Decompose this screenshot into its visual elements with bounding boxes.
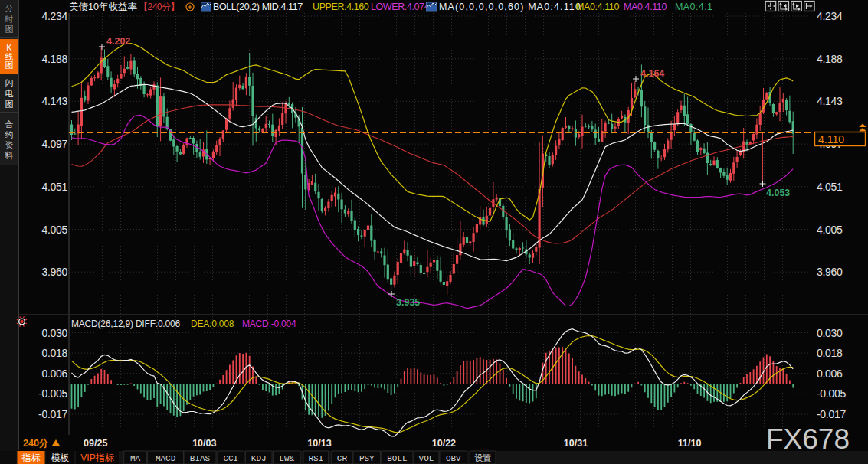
svg-text:4.188: 4.188 [41,53,67,65]
svg-text:RSI: RSI [308,454,323,463]
svg-text:4.005: 4.005 [41,224,67,236]
svg-text:0.018: 0.018 [41,347,67,359]
svg-text:KDJ: KDJ [251,454,267,463]
svg-text:BIAS: BIAS [190,454,211,463]
svg-text:图: 图 [5,60,14,70]
svg-text:4.097: 4.097 [41,138,67,150]
svg-text:MA0:4.110: MA0:4.110 [576,2,619,12]
svg-text:0.030: 0.030 [41,327,67,339]
svg-text:MA0:4.110: MA0:4.110 [624,2,667,12]
svg-text:CCI: CCI [223,454,238,463]
svg-text:LW&: LW& [279,454,294,463]
svg-text:0.018: 0.018 [817,347,843,359]
svg-text:-0.017: -0.017 [38,408,67,420]
svg-text:10/31: 10/31 [564,438,588,449]
svg-text:DEA:0.008: DEA:0.008 [191,319,234,329]
svg-text:MA: MA [130,454,141,463]
svg-text:4.005: 4.005 [817,224,843,236]
svg-text:K: K [6,43,12,52]
svg-text:240分: 240分 [23,438,49,449]
svg-text:-0.005: -0.005 [38,387,67,400]
svg-text:4.234: 4.234 [41,10,67,22]
svg-text:约: 约 [5,130,14,139]
svg-text:图: 图 [5,25,14,34]
svg-text:MA0:4.1: MA0:4.1 [675,2,712,12]
svg-text:4.143: 4.143 [41,95,67,107]
svg-text:MA(0,0,0,0,0,60) MA0:4.110: MA(0,0,0,0,0,60) MA0:4.110 [439,2,581,12]
svg-text:09/25: 09/25 [84,438,107,449]
svg-text:时: 时 [5,15,14,24]
svg-text:0.030: 0.030 [817,327,843,339]
svg-text:4.143: 4.143 [817,95,843,107]
svg-text:4.053: 4.053 [766,188,790,198]
svg-text:分: 分 [5,4,14,13]
svg-text:模板: 模板 [51,453,70,463]
svg-text:料: 料 [5,151,14,160]
svg-text:CR: CR [337,454,348,463]
svg-text:BOLL(20,2) MID:4.117: BOLL(20,2) MID:4.117 [213,2,303,12]
svg-text:10/22: 10/22 [432,438,456,449]
svg-text:指标: 指标 [21,453,41,463]
svg-text:BOLL: BOLL [387,454,407,463]
svg-text:合: 合 [5,119,14,129]
svg-text:10/13: 10/13 [307,438,331,449]
svg-text:线: 线 [5,52,14,61]
svg-text:MACD:-0.004: MACD:-0.004 [242,319,296,329]
svg-text:MACD(26,12,9) DIFF:0.006: MACD(26,12,9) DIFF:0.006 [71,319,180,329]
svg-text:FX678: FX678 [766,423,850,455]
svg-text:LOWER:4.074: LOWER:4.074 [371,2,430,12]
svg-text:-0.005: -0.005 [817,387,846,400]
svg-text:电: 电 [5,89,14,98]
svg-text:4.164: 4.164 [640,68,664,79]
svg-text:OBV: OBV [446,454,461,463]
svg-text:MACD: MACD [156,454,176,463]
svg-text:3.960: 3.960 [41,266,67,278]
svg-text:3.935: 3.935 [396,297,420,308]
svg-text:10/03: 10/03 [192,438,216,449]
svg-text:4.234: 4.234 [817,10,843,22]
svg-text:3.960: 3.960 [817,266,843,278]
svg-text:资: 资 [5,140,14,149]
svg-text:11/10: 11/10 [678,438,702,449]
svg-text:0.006: 0.006 [817,368,843,380]
svg-text:0.006: 0.006 [41,368,67,380]
svg-text:4.051: 4.051 [41,181,67,193]
svg-text:4.110: 4.110 [818,133,844,145]
svg-text:PSY: PSY [359,454,375,463]
svg-text:-0.017: -0.017 [817,408,846,420]
svg-text:美债10年收益率: 美债10年收益率 [69,2,137,12]
svg-text:VIP指标: VIP指标 [80,453,114,463]
svg-text:设置: 设置 [474,453,491,463]
svg-text:4.051: 4.051 [817,181,843,193]
svg-text:4.202: 4.202 [106,36,130,47]
svg-text:UPPER:4.160: UPPER:4.160 [313,2,369,12]
svg-text:图: 图 [5,100,14,109]
svg-text:VOL: VOL [419,454,434,463]
svg-text:4.188: 4.188 [817,53,843,65]
svg-text:闪: 闪 [5,78,14,87]
svg-text:【240分】: 【240分】 [139,2,179,12]
